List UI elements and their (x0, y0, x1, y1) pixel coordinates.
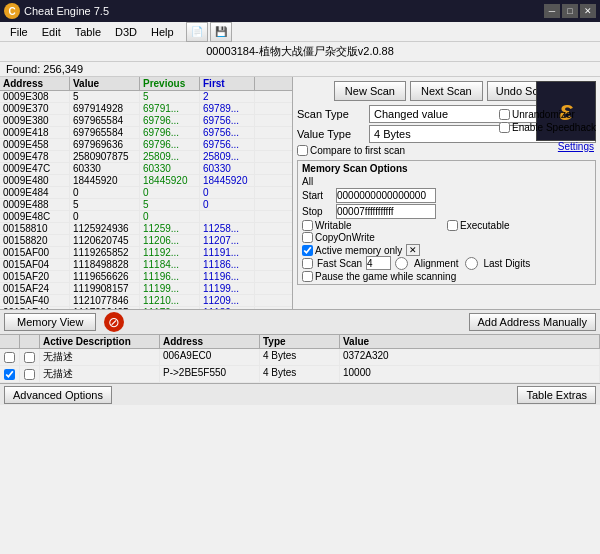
cell-previous: 18445920 (140, 175, 200, 186)
all-row: All (302, 176, 591, 187)
advanced-options-button[interactable]: Advanced Options (4, 386, 112, 404)
table-row[interactable]: 00158810 1125924936 11259... 11258... (0, 223, 292, 235)
cell-address: 0009E480 (0, 175, 70, 186)
copyonwrite-checkbox[interactable] (302, 232, 313, 243)
alignment-radio[interactable] (395, 257, 408, 270)
ct-col-desc: Active Description (40, 335, 160, 348)
cell-value: 1120620745 (70, 235, 140, 246)
table-row[interactable]: 0009E488 5 5 0 (0, 199, 292, 211)
cell-previous: 0 (140, 187, 200, 198)
table-row[interactable]: 0015AF20 1119656626 11196... 11196... (0, 271, 292, 283)
table-row[interactable]: 0009E380 697965584 69796... 69756... (0, 115, 292, 127)
menu-file[interactable]: File (4, 24, 34, 40)
table-row[interactable]: 0015AF24 1119908157 11199... 11199... (0, 283, 292, 295)
table-row[interactable]: 0015AF00 1119265852 11192... 11191... (0, 247, 292, 259)
cell-previous: 11196... (140, 271, 200, 282)
writable-label: Writable (315, 220, 352, 231)
app-title: Cheat Engine 7.5 (24, 5, 109, 17)
table-row[interactable]: 0009E484 0 0 0 (0, 187, 292, 199)
stop-input[interactable] (336, 204, 436, 219)
ct-checkbox[interactable] (0, 366, 20, 382)
cell-address: 0015AF24 (0, 283, 70, 294)
ct-row[interactable]: 无描述 P->2BE5F550 4 Bytes 10000 (0, 366, 600, 383)
table-row[interactable]: 0009E47C 60330 60330 60330 (0, 163, 292, 175)
table-row[interactable]: 0009E308 5 5 2 (0, 91, 292, 103)
table-row[interactable]: 0015AF44 1117996405 11179... 11180... (0, 307, 292, 309)
fast-scan-checkbox[interactable] (302, 258, 313, 269)
table-extras-button[interactable]: Table Extras (517, 386, 596, 404)
memory-view-button[interactable]: Memory View (4, 313, 96, 331)
last-digits-radio[interactable] (465, 257, 478, 270)
minimize-button[interactable]: ─ (544, 4, 560, 18)
toolbar-save[interactable]: 💾 (210, 22, 232, 42)
ct-type: 4 Bytes (260, 349, 340, 365)
cell-previous: 11199... (140, 283, 200, 294)
start-input[interactable] (336, 188, 436, 203)
close-button[interactable]: ✕ (580, 4, 596, 18)
table-row[interactable]: 0009E480 18445920 18445920 18445920 (0, 175, 292, 187)
pause-checkbox[interactable] (302, 271, 313, 282)
cell-value: 18445920 (70, 175, 140, 186)
executable-checkbox[interactable] (447, 220, 458, 231)
ct-freeze[interactable] (20, 349, 40, 365)
cell-address: 0009E478 (0, 151, 70, 162)
table-row[interactable]: 0009E418 697965584 69796... 69756... (0, 127, 292, 139)
menu-help[interactable]: Help (145, 24, 180, 40)
ct-address: 006A9EC0 (160, 349, 260, 365)
writable-checkbox[interactable] (302, 220, 313, 231)
col-first: First (200, 77, 255, 90)
results-body[interactable]: 0009E308 5 5 2 0009E370 697914928 69791.… (0, 91, 292, 309)
alignment-row: Alignment Last Digits (395, 257, 530, 270)
ct-row[interactable]: 无描述 006A9EC0 4 Bytes 0372A320 (0, 349, 600, 366)
cell-previous: 69791... (140, 103, 200, 114)
cell-first: 11209... (200, 295, 255, 306)
new-scan-button[interactable]: New Scan (334, 81, 406, 101)
active-memory-checkbox[interactable] (302, 245, 313, 256)
compare-first-row: Compare to first scan (297, 145, 596, 156)
table-row[interactable]: 0009E370 697914928 69791... 69789... (0, 103, 292, 115)
menu-d3d[interactable]: D3D (109, 24, 143, 40)
results-header: Address Value Previous First (0, 77, 292, 91)
table-row[interactable]: 0009E458 697969636 69796... 69756... (0, 139, 292, 151)
cell-first: 0 (200, 187, 255, 198)
cell-address: 0009E380 (0, 115, 70, 126)
compare-first-checkbox[interactable] (297, 145, 308, 156)
active-memory-x: ✕ (406, 244, 420, 256)
cell-address: 00158810 (0, 223, 70, 234)
speedhack-checkbox[interactable] (499, 122, 510, 133)
toolbar-new[interactable]: 📄 (186, 22, 208, 42)
settings-link[interactable]: Settings (558, 141, 594, 152)
fast-scan-input[interactable] (366, 256, 391, 270)
cell-value: 1118498828 (70, 259, 140, 270)
ct-col-check (0, 335, 20, 348)
menu-edit[interactable]: Edit (36, 24, 67, 40)
cell-value: 697914928 (70, 103, 140, 114)
copyonwrite-label: CopyOnWrite (315, 232, 375, 243)
maximize-button[interactable]: □ (562, 4, 578, 18)
cell-first: 69756... (200, 115, 255, 126)
col-value: Value (70, 77, 140, 90)
cell-value: 697965584 (70, 115, 140, 126)
pause-label: Pause the game while scanning (315, 271, 456, 282)
delete-icon[interactable]: ⊘ (104, 312, 124, 332)
ct-checkbox[interactable] (0, 349, 20, 365)
table-row[interactable]: 0009E478 2580907875 25809... 25809... (0, 151, 292, 163)
cell-address: 0015AF40 (0, 295, 70, 306)
menu-table[interactable]: Table (69, 24, 107, 40)
cell-value: 0 (70, 187, 140, 198)
ct-freeze[interactable] (20, 366, 40, 382)
start-row: Start (302, 188, 591, 203)
add-address-button[interactable]: Add Address Manually (469, 313, 596, 331)
cell-previous: 11206... (140, 235, 200, 246)
table-row[interactable]: 00158820 1120620745 11206... 11207... (0, 235, 292, 247)
cell-address: 0009E484 (0, 187, 70, 198)
cell-first: 11258... (200, 223, 255, 234)
next-scan-button[interactable]: Next Scan (410, 81, 483, 101)
cell-value: 1119265852 (70, 247, 140, 258)
cell-first: 11207... (200, 235, 255, 246)
table-row[interactable]: 0015AF04 1118498828 11184... 11186... (0, 259, 292, 271)
table-row[interactable]: 0009E48C 0 0 (0, 211, 292, 223)
window-controls[interactable]: ─ □ ✕ (544, 4, 596, 18)
table-row[interactable]: 0015AF40 1121077846 11210... 11209... (0, 295, 292, 307)
unrandomizer-checkbox[interactable] (499, 109, 510, 120)
